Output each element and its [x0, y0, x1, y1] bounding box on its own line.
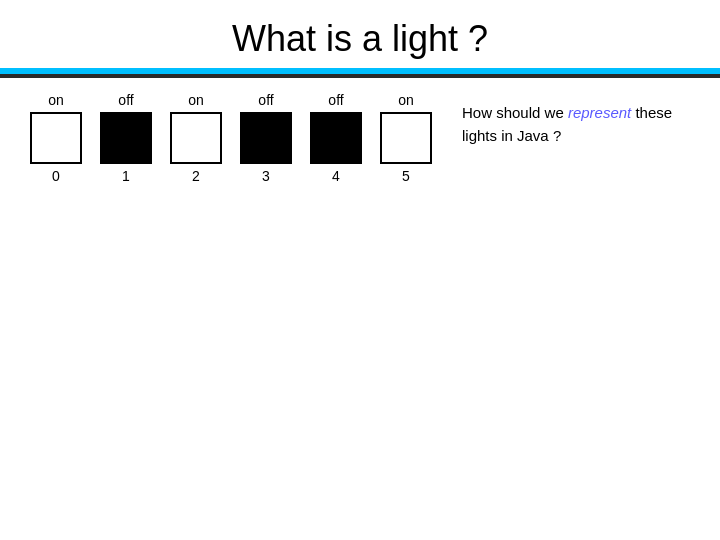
light-item-4: off4 [310, 92, 362, 184]
content-area: on0off1on2off3off4on5 How should we repr… [0, 78, 720, 184]
light-label-2: on [188, 92, 204, 108]
light-label-3: off [258, 92, 273, 108]
divider-area [0, 68, 720, 78]
light-label-5: on [398, 92, 414, 108]
light-box-3 [240, 112, 292, 164]
light-number-3: 3 [262, 168, 270, 184]
page: What is a light ? on0off1on2off3off4on5 … [0, 0, 720, 540]
light-box-0 [30, 112, 82, 164]
light-number-5: 5 [402, 168, 410, 184]
light-box-2 [170, 112, 222, 164]
description-part1: How should we [462, 104, 568, 121]
light-number-4: 4 [332, 168, 340, 184]
light-item-0: on0 [30, 92, 82, 184]
light-number-2: 2 [192, 168, 200, 184]
light-number-1: 1 [122, 168, 130, 184]
light-item-2: on2 [170, 92, 222, 184]
lights-section: on0off1on2off3off4on5 [30, 92, 432, 184]
page-title: What is a light ? [232, 18, 488, 60]
title-area: What is a light ? [0, 0, 720, 68]
description-area: How should we represent these lights in … [462, 92, 690, 147]
description-italic: represent [568, 104, 631, 121]
light-box-1 [100, 112, 152, 164]
light-label-4: off [328, 92, 343, 108]
light-item-3: off3 [240, 92, 292, 184]
light-label-0: on [48, 92, 64, 108]
light-item-5: on5 [380, 92, 432, 184]
light-box-4 [310, 112, 362, 164]
description-text: How should we represent these lights in … [462, 102, 690, 147]
light-item-1: off1 [100, 92, 152, 184]
light-label-1: off [118, 92, 133, 108]
light-number-0: 0 [52, 168, 60, 184]
light-box-5 [380, 112, 432, 164]
